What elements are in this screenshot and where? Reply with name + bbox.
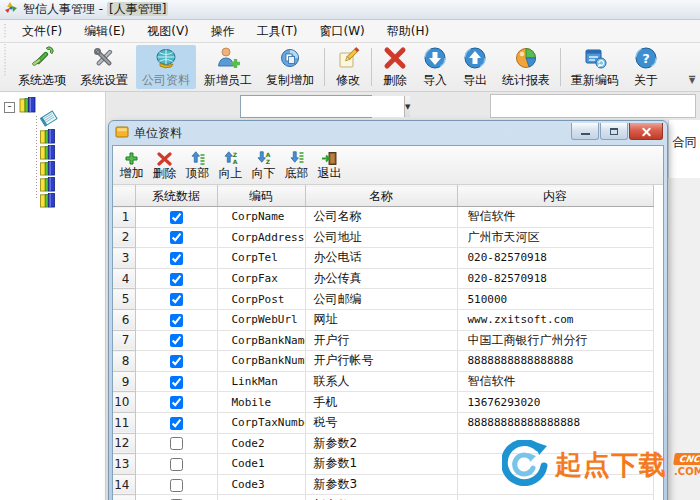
toolbar-button-add-employee[interactable]: 新增员工: [198, 45, 258, 89]
system-data-checkbox[interactable]: [170, 396, 183, 409]
toolbar-button-delete[interactable]: 删除: [376, 45, 414, 89]
toolbar-button-export[interactable]: 导出: [456, 45, 494, 89]
system-options-icon: [29, 45, 55, 71]
menu-view[interactable]: 视图(V): [136, 20, 200, 43]
close-button[interactable]: [629, 123, 663, 140]
minimize-button[interactable]: [571, 123, 599, 140]
menu-tools[interactable]: 工具(T): [246, 20, 309, 43]
system-data-checkbox[interactable]: [170, 314, 183, 327]
maximize-button[interactable]: [600, 123, 628, 140]
move-down-button[interactable]: AZ 向下: [247, 150, 280, 181]
toolbar-grip[interactable]: [3, 43, 7, 77]
table-row[interactable]: 4CorpFax办公传真020-82570918: [113, 268, 653, 289]
menu-help[interactable]: 帮助(H): [376, 20, 440, 43]
row-number: 10: [113, 392, 135, 413]
system-settings-icon: [91, 45, 117, 71]
tree-root-node[interactable]: [18, 96, 38, 112]
notebook-icon: [38, 110, 60, 128]
table-row[interactable]: 8CorpBankNumber开户行帐号8888888888888888: [113, 351, 653, 372]
svg-text:A: A: [266, 151, 271, 158]
row-code: CorpName: [217, 207, 305, 228]
watermark-badge: CNCRK .COM网: [674, 453, 700, 479]
row-value: 智信软件: [457, 207, 653, 228]
tree-node[interactable]: [38, 192, 58, 208]
combobox-dropdown-button[interactable]: ▼: [404, 96, 410, 117]
system-data-checkbox[interactable]: [170, 458, 183, 471]
dialog-titlebar[interactable]: 单位资料: [109, 121, 667, 145]
tree-node[interactable]: [38, 176, 58, 192]
system-data-checkbox[interactable]: [170, 211, 183, 224]
table-row[interactable]: 2CorpAddress公司地址广州市天河区: [113, 227, 653, 248]
table-row[interactable]: 1CorpName公司名称智信软件: [113, 207, 653, 228]
row-name: 新参数2: [305, 433, 457, 454]
row-number: 13: [113, 454, 135, 475]
tree-node[interactable]: [38, 160, 58, 176]
toolbar-button-company-info[interactable]: 公司资料: [136, 45, 196, 89]
dialog-title: 单位资料: [134, 125, 566, 142]
toolbar-button-import[interactable]: 导入: [416, 45, 454, 89]
system-data-checkbox[interactable]: [170, 479, 183, 492]
table-row[interactable]: 5CorpPost公司邮编510000: [113, 289, 653, 310]
row-name: 联系人: [305, 371, 457, 392]
toolbar-text-field[interactable]: [490, 94, 696, 118]
system-data-checkbox[interactable]: [170, 334, 183, 347]
row-value: 8888888888888888: [457, 351, 653, 372]
table-row[interactable]: 10Mobile手机13676293020: [113, 392, 653, 413]
delete-row-button[interactable]: 删除: [148, 150, 181, 181]
row-name: 手机: [305, 392, 457, 413]
system-data-checkbox[interactable]: [170, 231, 183, 244]
menu-edit[interactable]: 编辑(E): [73, 20, 136, 43]
watermark-badge-bottom: .COM网: [674, 466, 700, 479]
toolbar-button-system-options[interactable]: 系统选项: [12, 45, 72, 89]
row-value: 广州市天河区: [457, 227, 653, 248]
tab-contract[interactable]: 合同: [668, 120, 700, 178]
svg-text:Z: Z: [266, 158, 271, 165]
row-name: 公司名称: [305, 207, 457, 228]
row-value: 13676293020: [457, 392, 653, 413]
table-row[interactable]: 9LinkMan联系人智信软件: [113, 371, 653, 392]
toolbar-button-label: 关于: [634, 72, 658, 89]
toolbar-button-recode[interactable]: 重新编码: [565, 45, 625, 89]
row-check-cell: [135, 454, 217, 475]
filter-combobox-input[interactable]: [241, 96, 404, 117]
toolbar-button-report[interactable]: 统计报表: [496, 45, 556, 89]
tree-node[interactable]: [38, 110, 58, 126]
table-row[interactable]: 11CorpTaxNumber税号88888888888888888: [113, 412, 653, 433]
menu-window[interactable]: 窗口(W): [309, 20, 376, 43]
tree-node[interactable]: [38, 128, 58, 144]
toolbar-button-modify[interactable]: 修改: [329, 45, 367, 89]
menubar-grip[interactable]: [3, 23, 7, 38]
button-label: 增加: [120, 166, 144, 180]
table-row[interactable]: 3CorpTel办公电话020-82570918: [113, 248, 653, 269]
system-data-checkbox[interactable]: [170, 273, 183, 286]
toolbar-overflow-button[interactable]: ▁▼: [686, 69, 698, 85]
table-row[interactable]: 15Code4新参数4: [113, 495, 653, 500]
move-top-button[interactable]: 顶部: [181, 150, 214, 181]
system-data-checkbox[interactable]: [170, 437, 183, 450]
add-employee-icon: [215, 45, 241, 71]
table-row[interactable]: 7CorpBankName开户行中国工商银行广州分行: [113, 330, 653, 351]
add-button[interactable]: 增加: [115, 150, 148, 181]
system-data-checkbox[interactable]: [170, 252, 183, 265]
toolbar-button-system-settings[interactable]: 系统设置: [74, 45, 134, 89]
window-title: 智信人事管理 - [人事管理]: [23, 1, 168, 18]
move-up-button[interactable]: ZA 向上: [214, 150, 247, 181]
exit-button[interactable]: 退出: [313, 150, 346, 181]
menu-file[interactable]: 文件(F): [11, 20, 73, 43]
svg-text:Z: Z: [233, 151, 238, 158]
header-code: 编码: [217, 186, 305, 207]
filter-combobox[interactable]: ▼: [240, 95, 372, 118]
table-row[interactable]: 6CorpWebUrl网址www.zxitsoft.com: [113, 309, 653, 330]
system-data-checkbox[interactable]: [170, 355, 183, 368]
tree-node[interactable]: [38, 144, 58, 160]
tree-expander[interactable]: –: [4, 102, 15, 113]
menu-action[interactable]: 操作: [200, 20, 246, 43]
system-data-checkbox[interactable]: [170, 376, 183, 389]
row-value: 88888888888888888: [457, 412, 653, 433]
system-data-checkbox[interactable]: [170, 417, 183, 430]
form-icon: [115, 125, 129, 141]
toolbar-button-about[interactable]: ? 关于: [627, 45, 665, 89]
toolbar-button-copy-add[interactable]: 复制增加: [260, 45, 320, 89]
system-data-checkbox[interactable]: [170, 293, 183, 306]
move-bottom-button[interactable]: 底部: [280, 150, 313, 181]
